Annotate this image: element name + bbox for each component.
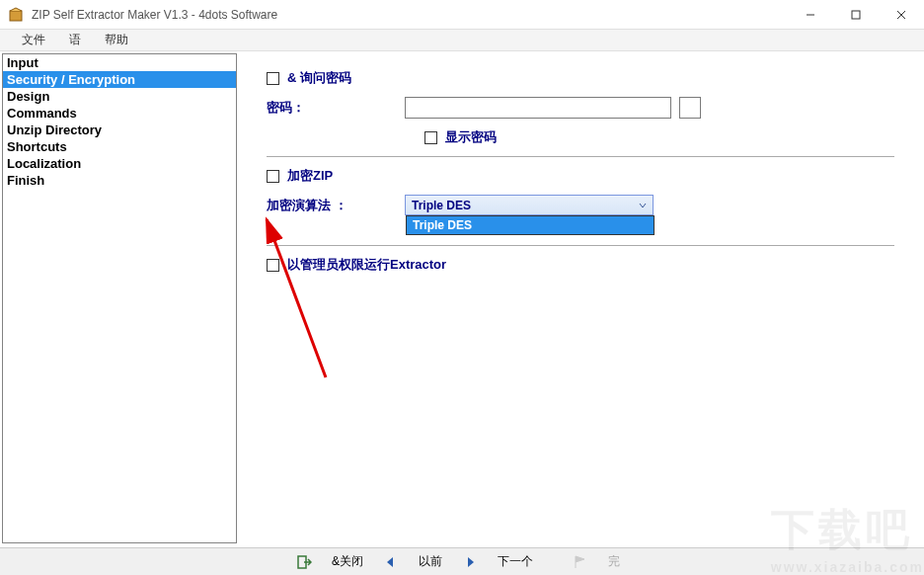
next-button[interactable]: 下一个	[462, 551, 533, 573]
password-input[interactable]	[405, 97, 671, 119]
ask-password-label: & 询问密码	[287, 69, 351, 87]
sidebar-item-unzip[interactable]: Unzip Directory	[3, 122, 236, 138]
bottom-toolbar: &关闭 以前 下一个 完	[0, 547, 924, 575]
sidebar-item-commands[interactable]: Commands	[3, 105, 236, 122]
close-button[interactable]	[879, 0, 924, 30]
algorithm-dropdown[interactable]: Triple DES	[406, 215, 654, 235]
finish-label: 完	[608, 553, 620, 570]
password-label: 密码：	[267, 99, 405, 117]
sidebar-item-security[interactable]: Security / Encryption	[3, 71, 236, 88]
menu-help[interactable]: 帮助	[93, 29, 140, 51]
separator	[267, 156, 894, 157]
close-wizard-button[interactable]: &关闭	[296, 551, 363, 573]
run-as-admin-checkbox[interactable]	[267, 259, 279, 272]
minimize-button[interactable]	[788, 0, 833, 30]
sidebar-item-localization[interactable]: Localization	[3, 155, 236, 172]
menu-lang[interactable]: 语	[57, 29, 93, 51]
exit-icon	[296, 554, 312, 570]
next-label: 下一个	[498, 553, 533, 570]
arrow-left-icon	[383, 554, 399, 570]
encrypt-zip-checkbox[interactable]	[267, 170, 279, 183]
encrypt-zip-label: 加密ZIP	[287, 167, 333, 185]
step-list[interactable]: Input Security / Encryption Design Comma…	[2, 53, 237, 543]
svg-rect-0	[10, 11, 22, 21]
flag-icon	[573, 554, 588, 570]
run-as-admin-label: 以管理员权限运行Extractor	[287, 256, 446, 274]
ask-password-checkbox[interactable]	[267, 72, 279, 85]
close-wizard-label: &关闭	[332, 553, 363, 570]
annotation-arrow	[257, 209, 336, 387]
show-password-label: 显示密码	[445, 128, 497, 146]
content-panel: & 询问密码 密码： 显示密码 加密ZIP 加密演算法 ： Triple DES…	[237, 51, 924, 545]
menu-file[interactable]: 文件	[10, 29, 57, 51]
chevron-down-icon	[639, 202, 647, 209]
app-icon	[8, 7, 24, 23]
password-reveal-button[interactable]	[679, 97, 701, 119]
algorithm-combobox[interactable]: Triple DES Triple DES	[405, 195, 654, 215]
window-title: ZIP Self Extractor Maker V1.3 - 4dots So…	[32, 8, 788, 22]
sidebar-item-finish[interactable]: Finish	[3, 172, 236, 189]
titlebar: ZIP Self Extractor Maker V1.3 - 4dots So…	[0, 0, 924, 30]
algorithm-value: Triple DES	[412, 199, 471, 212]
separator	[267, 245, 894, 246]
maximize-button[interactable]	[833, 0, 879, 30]
svg-line-5	[267, 219, 326, 377]
svg-rect-2	[852, 11, 860, 19]
prev-label: 以前	[419, 553, 442, 570]
finish-button[interactable]: 完	[573, 551, 620, 573]
sidebar-item-design[interactable]: Design	[3, 88, 236, 105]
show-password-checkbox[interactable]	[424, 131, 437, 144]
algorithm-option[interactable]: Triple DES	[407, 216, 654, 234]
prev-button[interactable]: 以前	[383, 551, 442, 573]
arrow-right-icon	[462, 554, 478, 570]
menubar: 文件 语 帮助	[0, 30, 924, 51]
sidebar-item-shortcuts[interactable]: Shortcuts	[3, 138, 236, 155]
sidebar-item-input[interactable]: Input	[3, 54, 236, 71]
algorithm-label: 加密演算法 ：	[267, 197, 405, 214]
